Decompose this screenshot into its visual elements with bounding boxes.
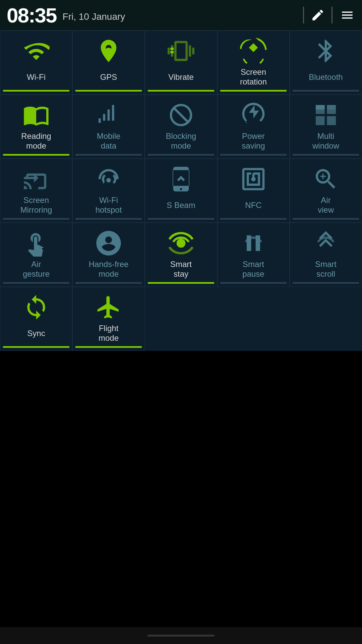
smart-scroll-icon — [293, 230, 359, 257]
sync-label: Sync — [27, 323, 45, 343]
mobile-data-icon — [75, 102, 142, 128]
status-date: Fri, 10 January — [63, 11, 125, 22]
gps-icon — [75, 38, 142, 64]
bluetooth-label: Bluetooth — [309, 67, 343, 87]
flight-mode-label: Flight mode — [99, 323, 119, 343]
svg-rect-2 — [316, 105, 325, 109]
multi-window-indicator — [293, 154, 359, 156]
power-saving-label: Power saving — [242, 131, 265, 151]
blocking-mode-indicator — [148, 154, 214, 156]
smart-stay-icon — [148, 230, 214, 257]
smart-pause-indicator — [220, 282, 287, 284]
bottom-area — [0, 351, 362, 552]
smart-pause-icon — [220, 230, 287, 257]
smart-stay-indicator — [148, 282, 214, 284]
multi-window-icon — [293, 102, 359, 128]
hands-free-mode-indicator — [75, 282, 142, 284]
reading-mode-label: Reading mode — [21, 131, 51, 151]
sync-indicator — [3, 346, 69, 348]
tile-mobile-data[interactable]: Mobile data — [72, 95, 145, 159]
tile-vibrate[interactable]: Vibrate — [145, 31, 217, 95]
tile-air-view[interactable]: Air view — [290, 159, 362, 223]
tile-flight-mode[interactable]: Flight mode — [72, 287, 145, 351]
screen-mirroring-label: Screen Mirroring — [20, 195, 52, 215]
air-view-label: Air view — [318, 195, 334, 215]
bottom-nav-bar — [0, 627, 362, 644]
air-gesture-indicator — [3, 282, 69, 284]
status-bar: 08:35 Fri, 10 January — [0, 0, 362, 30]
air-view-indicator — [293, 218, 359, 220]
blocking-mode-label: Blocking mode — [166, 131, 196, 151]
s-beam-label: S Beam — [167, 195, 195, 215]
power-saving-icon — [220, 102, 287, 128]
wifi-label: Wi-Fi — [27, 67, 46, 87]
edit-icon[interactable] — [311, 8, 325, 22]
tile-air-gesture[interactable]: Air gesture — [0, 223, 72, 287]
tile-screen-mirroring[interactable]: Screen Mirroring — [0, 159, 72, 223]
tile-power-saving[interactable]: Power saving — [217, 95, 290, 159]
tile-smart-scroll[interactable]: Smart scroll — [290, 223, 362, 287]
smart-scroll-label: Smart scroll — [315, 259, 337, 279]
smart-scroll-indicator — [293, 282, 359, 284]
hands-free-mode-icon — [75, 230, 142, 257]
tile-gps[interactable]: GPS — [72, 31, 145, 95]
tile-screen-rotation[interactable]: Screen rotation — [217, 31, 290, 95]
tile-wifi[interactable]: Wi-Fi — [0, 31, 72, 95]
wifi-hotspot-icon — [75, 166, 142, 193]
s-beam-indicator — [148, 218, 214, 220]
mobile-data-label: Mobile data — [97, 131, 121, 151]
screen-rotation-indicator — [220, 90, 287, 92]
air-gesture-label: Air gesture — [23, 259, 50, 279]
tile-smart-pause[interactable]: Smart pause — [217, 223, 290, 287]
tile-multi-window[interactable]: Multi window — [290, 95, 362, 159]
screen-mirroring-indicator — [3, 218, 69, 220]
quick-settings-grid: Wi-FiGPSVibrateScreen rotationBluetoothR… — [0, 30, 362, 351]
s-beam-icon — [148, 166, 214, 193]
status-icons — [303, 7, 355, 23]
flight-mode-indicator — [75, 346, 142, 348]
tile-smart-stay[interactable]: Smart stay — [145, 223, 217, 287]
tile-hands-free-mode[interactable]: Hands-free mode — [72, 223, 145, 287]
blocking-mode-icon — [148, 102, 214, 128]
flight-mode-icon — [75, 294, 142, 321]
bluetooth-icon — [293, 38, 359, 64]
air-gesture-icon — [3, 230, 69, 257]
wifi-hotspot-indicator — [75, 218, 142, 220]
wifi-indicator — [3, 90, 69, 92]
nfc-label: NFC — [245, 195, 261, 215]
smart-stay-label: Smart stay — [170, 259, 192, 279]
tile-sync[interactable]: Sync — [0, 287, 72, 351]
sync-icon — [3, 294, 69, 321]
multi-window-label: Multi window — [312, 131, 339, 151]
tile-nfc[interactable]: NFC — [217, 159, 290, 223]
wifi-hotspot-label: Wi-Fi hotspot — [96, 195, 122, 215]
tile-bluetooth[interactable]: Bluetooth — [290, 31, 362, 95]
vibrate-indicator — [148, 90, 214, 92]
wifi-icon — [3, 38, 69, 64]
nfc-icon — [220, 166, 287, 193]
mobile-data-indicator — [75, 154, 142, 156]
menu-icon[interactable] — [339, 8, 355, 22]
power-saving-indicator — [220, 154, 287, 156]
gps-label: GPS — [100, 67, 117, 87]
air-view-icon — [293, 166, 359, 193]
gps-indicator — [75, 90, 142, 92]
screen-rotation-icon — [220, 38, 287, 64]
reading-mode-indicator — [3, 154, 69, 156]
reading-mode-icon — [3, 102, 69, 128]
smart-pause-label: Smart pause — [242, 259, 264, 279]
screen-mirroring-icon — [3, 166, 69, 193]
status-time: 08:35 — [7, 3, 57, 27]
vibrate-label: Vibrate — [168, 67, 194, 87]
svg-rect-3 — [327, 105, 336, 109]
tile-reading-mode[interactable]: Reading mode — [0, 95, 72, 159]
screen-rotation-label: Screen rotation — [240, 67, 267, 87]
divider-1 — [303, 7, 304, 23]
tile-blocking-mode[interactable]: Blocking mode — [145, 95, 217, 159]
tile-s-beam[interactable]: S Beam — [145, 159, 217, 223]
nfc-indicator — [220, 218, 287, 220]
vibrate-icon — [148, 38, 214, 64]
tile-wifi-hotspot[interactable]: Wi-Fi hotspot — [72, 159, 145, 223]
nav-bar-indicator — [147, 635, 215, 637]
divider-2 — [331, 7, 333, 23]
